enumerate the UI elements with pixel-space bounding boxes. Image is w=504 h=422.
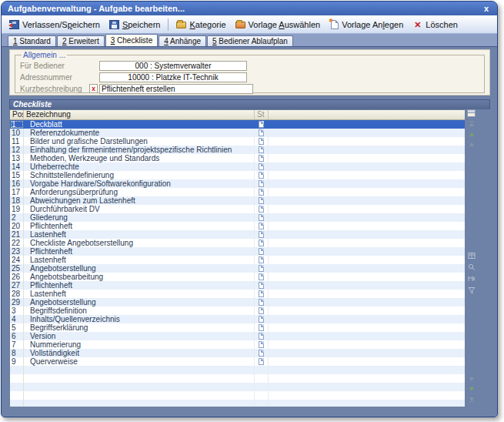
template-select-icon	[235, 22, 245, 28]
document-icon	[259, 214, 264, 221]
kurzbeschreibung-field[interactable]	[99, 84, 253, 94]
toolbar-button-vorlage-anlegen[interactable]: Vorlage Anlegen	[325, 18, 408, 32]
column-header-pos[interactable]: Pos.	[10, 110, 24, 119]
cell-status	[255, 146, 269, 154]
cell-empty	[269, 179, 465, 188]
toolbar-button-speichern[interactable]: Speichern	[105, 18, 165, 32]
table-row[interactable]: 9Querverweise	[10, 357, 465, 366]
toolbar-separator	[168, 18, 169, 31]
cell-bezeichnung: Inhalts/Quellenverzeichnis	[24, 315, 255, 323]
toolbar-button-vorlage-ausw-hlen[interactable]: Vorlage Auswählen	[231, 18, 325, 32]
table-row[interactable]: 27Pflichtenheft	[10, 281, 465, 290]
document-icon	[259, 316, 264, 323]
table-row[interactable]: 4Inhalts/Quellenverzeichnis	[10, 315, 465, 323]
column-header-st[interactable]: St	[255, 110, 269, 119]
table-row[interactable]: 26Angebotsbearbeitung	[10, 273, 465, 281]
cell-empty	[269, 222, 465, 230]
table-row[interactable]: 3Begriffsdefinition	[10, 306, 465, 315]
table-row-empty[interactable]	[10, 391, 465, 400]
table-row[interactable]: 15Schnittstellendefinierung	[10, 171, 465, 179]
table-row[interactable]: 8Vollständigkeit	[10, 349, 465, 357]
scroll-top-icon[interactable]	[468, 120, 476, 128]
grid-side-rail	[466, 109, 489, 407]
table-row[interactable]: 22Checkliste Angebotserstellung	[10, 239, 465, 247]
cell-status	[255, 239, 269, 247]
table-row-empty[interactable]	[10, 400, 465, 407]
move-up-icon[interactable]	[468, 130, 476, 138]
toolbar-button-verlassen-speichern[interactable]: Verlassen/Speichern	[5, 18, 105, 32]
table-row[interactable]: 20Pflichtenheft	[10, 222, 465, 230]
cell-empty	[269, 349, 465, 357]
toolbar-button-label: Kategorie	[189, 20, 225, 29]
grid-header-row: Pos. Bezeichnung St	[10, 110, 465, 120]
checkliste-grid: Pos. Bezeichnung St 1Deckblatt10Referenz…	[9, 109, 466, 407]
cell-pos: 4	[10, 315, 24, 323]
table-row[interactable]: 11Bilder und grafische Darstellungen	[10, 137, 465, 146]
tab-3-checkliste[interactable]: 3 Checkliste	[105, 34, 158, 46]
table-row[interactable]: 7Nummerierung	[10, 340, 465, 349]
cell-status	[255, 281, 269, 290]
cell-status	[255, 306, 269, 315]
bediener-field[interactable]	[99, 61, 247, 71]
document-icon	[259, 163, 264, 170]
document-icon	[259, 333, 264, 340]
grid-icon[interactable]	[468, 252, 476, 260]
table-row[interactable]: 25Angebotserstellung	[10, 264, 465, 273]
table-row[interactable]: 28Lastenheft	[10, 290, 465, 298]
table-row[interactable]: 23Pflichtenheft	[10, 247, 465, 256]
table-row[interactable]: 16Vorgabe Hardware/Softwarekonfiguration	[10, 179, 465, 188]
cell-pos: 11	[10, 137, 24, 146]
close-icon[interactable]: x	[482, 3, 491, 14]
toolbar-button-kategorie[interactable]: Kategorie	[172, 18, 230, 32]
scroll-down-icon[interactable]	[468, 375, 476, 383]
tab-5-bediener-ablaufplan[interactable]: 5 Bediener Ablaufplan	[207, 35, 293, 46]
cell-bezeichnung	[24, 391, 255, 400]
table-row[interactable]: 21Lastenheft	[10, 230, 465, 239]
table-row[interactable]: 2Gliederung	[10, 213, 465, 222]
table-row-empty[interactable]	[10, 383, 465, 391]
filter-icon[interactable]	[468, 286, 476, 294]
field-row-adressnummer: Adressnummer	[20, 72, 479, 82]
document-icon	[259, 189, 264, 196]
document-icon	[259, 282, 264, 289]
cell-empty	[269, 137, 465, 146]
table-row[interactable]: 6Version	[10, 332, 465, 340]
cell-pos	[10, 391, 24, 400]
table-row-empty[interactable]	[10, 366, 465, 374]
cell-pos: 24	[10, 256, 24, 264]
clear-field-icon[interactable]: x	[89, 84, 98, 93]
cell-status	[255, 391, 269, 400]
table-row[interactable]: 24Lastenheft	[10, 256, 465, 264]
goto-icon[interactable]	[468, 275, 476, 283]
search-icon[interactable]	[468, 263, 476, 271]
move-down-icon[interactable]	[468, 385, 476, 393]
cell-status	[255, 366, 269, 374]
tab-1-standard[interactable]: 1 Standard	[8, 35, 56, 46]
tab-4-anh-nge[interactable]: 4 Anhänge	[159, 35, 206, 46]
table-row[interactable]: 13Methoden, Werkzeuge und Standards	[10, 154, 465, 162]
table-row[interactable]: 18Abweichungen zum Lastenheft	[10, 196, 465, 205]
table-row[interactable]: 5Begriffserklärung	[10, 323, 465, 332]
scroll-up-icon[interactable]	[468, 140, 476, 148]
table-row[interactable]: 12Einhaltung der firmeninternen/projekts…	[10, 146, 465, 154]
toolbar-button-l-schen[interactable]: ✕Löschen	[408, 18, 462, 32]
table-row-empty[interactable]	[10, 374, 465, 383]
cell-bezeichnung: Begriffserklärung	[24, 323, 255, 332]
column-chooser-icon[interactable]	[467, 109, 476, 117]
tab-2-erweitert[interactable]: 2 Erweitert	[57, 35, 105, 46]
table-row[interactable]: 1Deckblatt	[10, 120, 465, 129]
table-row[interactable]: 29Angebotserstellung	[10, 298, 465, 306]
column-header-bezeichnung[interactable]: Bezeichnung	[24, 110, 255, 119]
table-row[interactable]: 19Durchführbarkeit DV	[10, 205, 465, 213]
table-row[interactable]: 14Urheberrechte	[10, 162, 465, 171]
table-row[interactable]: 10Referenzdokumente	[10, 129, 465, 137]
checkliste-title: Checkliste	[9, 99, 490, 109]
cell-empty	[269, 340, 465, 349]
adressnummer-field[interactable]	[99, 72, 247, 82]
scroll-bottom-icon[interactable]	[468, 395, 476, 403]
table-row[interactable]: 17Anforderungsüberprüfung	[10, 188, 465, 196]
cell-pos: 28	[10, 290, 24, 298]
cell-bezeichnung: Pflichtenheft	[24, 281, 255, 290]
cell-status	[255, 315, 269, 323]
document-icon	[259, 231, 264, 238]
